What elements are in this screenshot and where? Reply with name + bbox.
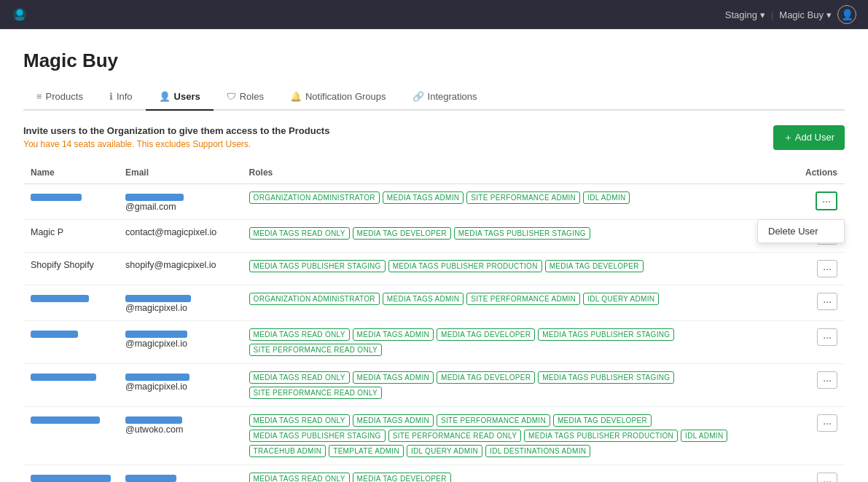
user-email-cell: @magicpixel.io (118, 285, 242, 321)
role-tag: SITE PERFORMANCE ADMIN (466, 293, 580, 305)
redacted-name (31, 475, 111, 482)
topbar-divider: | (771, 9, 773, 20)
table-row: @ingestlabs.comMEDIA TAGS READ ONLYMEDIA… (23, 465, 845, 483)
user-name-cell: Shopify Shopify (23, 253, 118, 285)
role-tag: MEDIA TAGS ADMIN (383, 191, 464, 204)
org-selector[interactable]: Magic Buy ▾ (779, 9, 832, 20)
tab-users-label: Users (174, 91, 200, 102)
user-avatar-icon[interactable]: 👤 (837, 5, 856, 24)
roles-container: MEDIA TAGS READ ONLYMEDIA TAG DEVELOPER (249, 473, 791, 482)
user-roles-cell: MEDIA TAGS PUBLISHER STAGINGMEDIA TAGS P… (242, 253, 798, 285)
action-menu-button[interactable]: ··· (817, 473, 837, 482)
info-text: Invite users to the Organization to give… (23, 125, 329, 149)
user-email-cell: @utwoko.com (118, 407, 242, 465)
roles-container: MEDIA TAGS PUBLISHER STAGINGMEDIA TAGS P… (249, 260, 791, 272)
tabs: ≡ Products ℹ Info 👤 Users 🛡 Roles 🔔 Noti… (23, 85, 845, 111)
role-tag: MEDIA TAGS PUBLISHER STAGING (249, 430, 386, 442)
tab-notification-groups[interactable]: 🔔 Notification Groups (277, 85, 399, 111)
invite-description: Invite users to the Organization to give… (23, 125, 329, 136)
user-actions-cell: ··· (798, 285, 845, 321)
tab-integrations[interactable]: 🔗 Integrations (399, 85, 490, 111)
org-chevron-icon: ▾ (826, 9, 832, 20)
table-row: @magicpixel.ioMEDIA TAGS READ ONLYMEDIA … (23, 364, 845, 407)
table-row: @magicpixel.ioMEDIA TAGS READ ONLYMEDIA … (23, 321, 845, 364)
redacted-name (31, 194, 82, 201)
role-tag: SITE PERFORMANCE ADMIN (437, 414, 550, 427)
notification-icon: 🔔 (290, 91, 302, 102)
role-tag: MEDIA TAGS READ ONLY (249, 227, 350, 240)
action-menu-button[interactable]: ··· (816, 191, 837, 210)
role-tag: MEDIA TAGS PUBLISHER PRODUCTION (388, 260, 542, 272)
role-tag: SITE PERFORMANCE READ ONLY (249, 344, 382, 356)
user-roles-cell: MEDIA TAGS READ ONLYMEDIA TAGS ADMINMEDI… (242, 321, 798, 364)
role-tag: IDL ADMIN (681, 430, 727, 442)
role-tag: IDL QUERY ADMIN (407, 445, 482, 457)
user-actions-cell: ···Delete User (798, 184, 845, 220)
role-tag: MEDIA TAG DEVELOPER (437, 328, 535, 341)
tab-roles-label: Roles (240, 91, 264, 102)
action-menu-button[interactable]: ··· (817, 414, 837, 432)
env-label: Staging (725, 9, 757, 20)
redacted-name (31, 416, 100, 424)
role-tag: MEDIA TAG DEVELOPER (353, 227, 451, 240)
action-dropdown-menu: Delete User (757, 219, 845, 243)
user-email-cell: shopify@magicpixel.io (118, 253, 242, 285)
user-name-cell (23, 184, 118, 220)
user-actions-cell: ··· (798, 253, 845, 285)
role-tag: MEDIA TAGS ADMIN (383, 293, 464, 305)
seats-notice: You have 14 seats available. This exclud… (23, 139, 251, 149)
info-bar: Invite users to the Organization to give… (23, 125, 845, 150)
env-selector[interactable]: Staging ▾ (725, 9, 765, 20)
redacted-email (125, 194, 184, 201)
roles-container: ORGANIZATION ADMINISTRATORMEDIA TAGS ADM… (249, 191, 791, 204)
table-row: @utwoko.comMEDIA TAGS READ ONLYMEDIA TAG… (23, 407, 845, 465)
role-tag: MEDIA TAGS ADMIN (353, 414, 434, 427)
user-name-cell (23, 364, 118, 407)
col-header-name: Name (23, 162, 118, 184)
user-roles-cell: MEDIA TAGS READ ONLYMEDIA TAGS ADMINMEDI… (242, 364, 798, 407)
products-icon: ≡ (36, 91, 42, 102)
redacted-email (125, 475, 176, 482)
tab-products[interactable]: ≡ Products (23, 85, 96, 111)
tab-roles[interactable]: 🛡 Roles (214, 85, 277, 111)
users-table: Name Email Roles Actions @gmail.comORGAN… (23, 162, 845, 482)
role-tag: ORGANIZATION ADMINISTRATOR (249, 293, 380, 305)
role-tag: MEDIA TAGS PUBLISHER STAGING (454, 227, 590, 240)
delete-user-menu-item[interactable]: Delete User (758, 220, 844, 242)
role-tag: MEDIA TAGS PUBLISHER STAGING (249, 260, 386, 272)
tab-info[interactable]: ℹ Info (96, 85, 146, 111)
tab-integrations-label: Integrations (428, 91, 477, 102)
role-tag: ORGANIZATION ADMINISTRATOR (249, 191, 380, 204)
user-roles-cell: ORGANIZATION ADMINISTRATORMEDIA TAGS ADM… (242, 184, 798, 220)
role-tag: MEDIA TAGS ADMIN (353, 371, 434, 384)
role-tag: MEDIA TAG DEVELOPER (353, 473, 451, 482)
email-suffix: @utwoko.com (125, 424, 183, 435)
roles-container: MEDIA TAGS READ ONLYMEDIA TAGS ADMINMEDI… (249, 328, 791, 356)
svg-point-1 (16, 9, 23, 16)
add-user-button[interactable]: ＋ Add User (773, 125, 845, 150)
roles-container: MEDIA TAGS READ ONLYMEDIA TAGS ADMINMEDI… (249, 371, 791, 399)
role-tag: MEDIA TAGS PUBLISHER PRODUCTION (524, 430, 678, 442)
action-menu-button[interactable]: ··· (817, 260, 837, 277)
user-roles-cell: ORGANIZATION ADMINISTRATORMEDIA TAGS ADM… (242, 285, 798, 321)
user-actions-cell: ··· (798, 321, 845, 364)
role-tag: IDL ADMIN (583, 191, 630, 204)
action-menu-button[interactable]: ··· (817, 328, 837, 346)
user-roles-cell: MEDIA TAGS READ ONLYMEDIA TAG DEVELOPER (242, 465, 798, 483)
email-suffix: @magicpixel.io (125, 382, 187, 392)
email-suffix: @gmail.com (125, 202, 176, 212)
role-tag: MEDIA TAGS ADMIN (353, 328, 434, 341)
tab-users[interactable]: 👤 Users (146, 85, 214, 111)
table-header-row: Name Email Roles Actions (23, 162, 845, 184)
user-email-cell: @ingestlabs.com (118, 465, 242, 483)
redacted-email (125, 374, 189, 381)
add-user-label: ＋ Add User (783, 131, 834, 144)
top-bar-right: Staging ▾ | Magic Buy ▾ 👤 (725, 5, 856, 24)
redacted-name (31, 295, 89, 302)
roles-container: MEDIA TAGS READ ONLYMEDIA TAGS ADMINSITE… (249, 414, 791, 457)
role-tag: MEDIA TAGS READ ONLY (249, 414, 350, 427)
action-menu-button[interactable]: ··· (817, 293, 837, 310)
role-tag: SITE PERFORMANCE READ ONLY (388, 430, 521, 442)
user-name-cell (23, 465, 118, 483)
action-menu-button[interactable]: ··· (817, 371, 837, 389)
